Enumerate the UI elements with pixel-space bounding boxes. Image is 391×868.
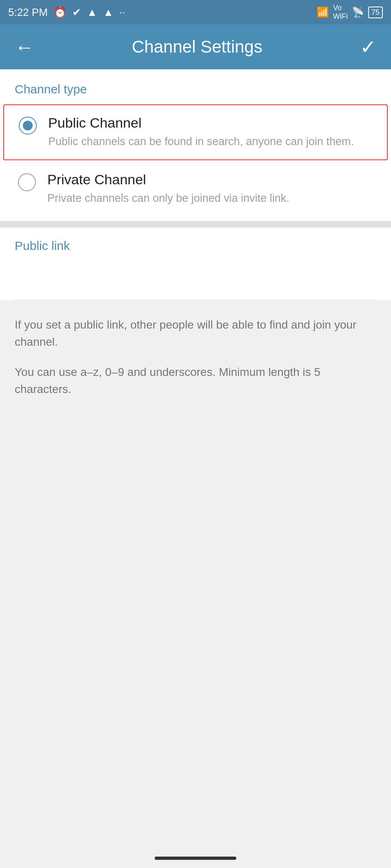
public-channel-description: Public channels can be found in search, …	[48, 134, 354, 150]
public-channel-text: Public Channel Public channels can be fo…	[48, 115, 354, 150]
public-channel-option[interactable]: Public Channel Public channels can be fo…	[3, 104, 388, 160]
home-indicator	[155, 857, 236, 860]
section-divider	[0, 221, 391, 227]
public-link-input-area[interactable]	[15, 259, 376, 300]
info-text-2: You can use a–z, 0–9 and underscores. Mi…	[15, 364, 376, 398]
page-title: Channel Settings	[132, 37, 262, 57]
status-bar: 5:22 PM ⏰ ✔ ▲ ▲ ·· 📶 VoWiFi 📡 75	[0, 0, 391, 24]
private-channel-description: Private channels can only be joined via …	[47, 191, 289, 206]
battery-icon: 75	[368, 7, 383, 18]
confirm-button[interactable]: ✓	[360, 35, 376, 58]
info-text-1: If you set a public link, other people w…	[15, 316, 376, 351]
drive-icon: ▲	[87, 6, 98, 19]
alarm-icon: ⏰	[53, 6, 67, 19]
channel-type-section-header: Channel type	[0, 69, 391, 103]
status-bar-right: 📶 VoWiFi 📡 75	[317, 4, 383, 21]
private-channel-radio[interactable]	[18, 173, 36, 191]
signal-icon: 📶	[317, 7, 329, 18]
public-link-section-header: Public link	[15, 239, 376, 253]
public-channel-radio[interactable]	[19, 117, 37, 135]
content-area: Channel type Public Channel Public chann…	[0, 69, 391, 749]
public-link-input[interactable]	[15, 259, 376, 285]
private-channel-title: Private Channel	[47, 172, 289, 188]
status-bar-left: 5:22 PM ⏰ ✔ ▲ ▲ ··	[8, 6, 125, 19]
back-button[interactable]: ←	[15, 36, 34, 58]
private-channel-option[interactable]: Private Channel Private channels can onl…	[0, 162, 391, 216]
wifi-icon: 📡	[352, 7, 364, 18]
private-channel-text: Private Channel Private channels can onl…	[47, 172, 289, 206]
app-bar: ← Channel Settings ✓	[0, 24, 391, 69]
drive-icon-2: ▲	[103, 6, 114, 19]
check-notification-icon: ✔	[72, 6, 81, 19]
vowifi-icon: VoWiFi	[333, 4, 348, 21]
public-link-section: Public link	[0, 227, 391, 300]
more-icon: ··	[119, 6, 125, 19]
public-channel-title: Public Channel	[48, 115, 354, 131]
status-time: 5:22 PM	[8, 6, 48, 19]
info-section: If you set a public link, other people w…	[0, 300, 391, 749]
